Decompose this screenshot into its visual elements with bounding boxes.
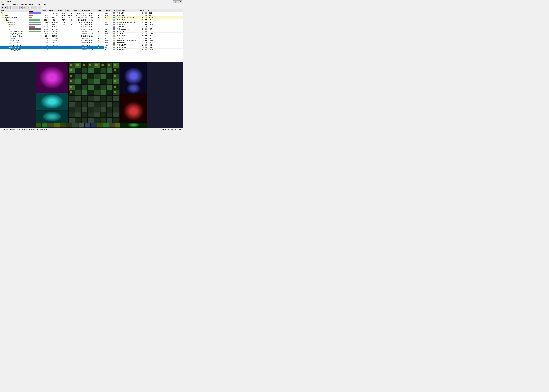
tree-row[interactable]: 📄 re3.exe 0.7% 159.9 MB 08/12/2023 02:41… [0,37,104,39]
tree-cell-changed: 08/12/2023 02:41:... [81,35,98,37]
menu-treemap[interactable]: Treemap [19,3,28,6]
tree-cell-changed: 31/12/2107 06:00:... [81,12,98,14]
ext-body[interactable]: .pak Archivo PAK 46.8 GB 22.1% .cas Arch… [104,12,183,51]
toolbar-zoom-in[interactable]: 🔍 [31,6,34,9]
tree-row[interactable]: ■ 100.0% 23.1 GB 12 12 0 11/05/2024 06:2… [0,28,104,30]
ext-col-bytes[interactable]: > Bytes [138,9,147,12]
ext-row[interactable]: .mkv Archivo MKV 20.4 GB 9.6% [104,19,183,21]
tree-cell-name: 📁 steamapps [0,21,28,23]
tree-cell-attr: A [98,37,104,39]
svg-rect-105 [94,97,100,101]
col-subdirs[interactable]: Subdirs [73,9,81,12]
tree-row[interactable]: 📁 steamapps 97.4% 46.0 GB 261 218 43 11/… [0,21,104,23]
ext-row[interactable]: .data Archivo DATA 1.3 GB 0.6% [104,44,183,46]
col-changed[interactable]: Last Change [80,9,98,12]
col-subtree[interactable]: Subtree Percent... [28,9,41,12]
toolbar-save[interactable]: 💾 [23,6,26,9]
ext-row[interactable]: .exe Aplicación 3.9 GB 1.9% [104,30,183,33]
ext-row[interactable]: .jpg Archivo JPG 1.9 GB 0.9% [104,37,183,39]
close-button[interactable]: ✕ [179,0,182,3]
tree-row[interactable]: 📁 RE3 50.3% 23.1 GB 14 13 1 11/05/2024 0… [0,26,104,28]
ext-row[interactable]: .pak Archivo PAK 46.8 GB 22.1% [104,12,183,14]
tree-row[interactable]: 📁 Steam 92.1% 47.2 GB 7,274 6,888 386 11… [0,19,104,21]
tree-body[interactable]: 💾 (C:) 211.7 GB 429,950 321,914 108,036 … [0,12,104,62]
ext-col-desc[interactable]: Description [117,9,138,12]
svg-rect-136 [72,123,78,128]
tree-row[interactable]: 📄 iZotope.dll 0.0% 455.0 KB 08/12/2023 0… [0,42,104,44]
ext-col-ext[interactable]: Extensi... [104,9,112,12]
tree-cell-subdirs: 22,821 [74,14,81,17]
ext-row[interactable]: .dat Archivo DAT 946.8 MB 0.4% [104,49,183,51]
ext-row[interactable]: .msi Paquete de Windows Installer 1.8 GB… [104,39,183,42]
svg-rect-134 [60,123,66,128]
svg-point-2 [40,67,64,88]
col-attr[interactable]: Attri... [98,9,104,12]
toolbar-back[interactable]: ◀ [0,6,4,9]
treemap-pane[interactable] [0,62,183,128]
tree-cell-attr: A [98,49,104,51]
toolbar-zoom-out[interactable]: 🔎 [34,6,37,9]
menu-file[interactable]: File [0,3,6,6]
toolbar-up[interactable]: ▲ [7,6,11,9]
maximize-button[interactable]: □ [176,0,179,3]
ext-cell-bytes: 1.0 GB [138,46,147,49]
ext-cell-pct: 1.5% [147,33,154,35]
ext-row[interactable]: .zip Carpeta comprimida (en zip) 17.4 GB… [104,21,183,23]
menu-help[interactable]: Help [42,3,48,6]
col-items[interactable]: Items [58,9,66,12]
menu-cleanup[interactable]: Clean Up [10,3,19,6]
ext-row[interactable]: .m... Archivo MODEL 1.0 GB 0.4% [104,46,183,49]
tree-row[interactable]: 📄 amd_ags_x64.dll 0.0% 41.5 KB 08/12/202… [0,49,104,51]
tree-row[interactable]: 📄 steam_api64.dll 0.0% 259.3 KB 08/12/20… [0,44,104,46]
ext-row[interactable]: .cas Archivo CAS 35.9 GB 16.9% [104,14,183,17]
tree-row[interactable]: 📄 shader.cache2 0.0% 2.3 MB 11/05/2024 0… [0,39,104,42]
toolbar-stop[interactable]: ✕ [15,6,18,9]
minimize-button[interactable]: ─ [173,0,176,3]
ext-row[interactable]: .wim Archivo WIM 1.3 GB 0.6% [104,42,183,44]
tree-row[interactable]: 📄 re_chunk_000.pa... 1.9% 452.2 MB 08/12… [0,33,104,35]
col-name[interactable]: Name [0,9,28,12]
ext-row[interactable]: .m4p VLC.m4p 3.3 GB 1.5% [104,33,183,35]
toolbar-treemap[interactable]: ⊞ [20,6,23,9]
ext-col-pct[interactable]: % By... [147,9,154,12]
ext-cell-pct: 0.9% [147,37,154,39]
toolbar-copy[interactable]: 📋 [26,6,29,9]
toolbar-forward[interactable]: ▶ [4,6,7,9]
tree-row[interactable]: 📄 re_chunk_000.pa... 1.9% 451.7 MB 08/12… [0,35,104,37]
col-files[interactable]: Files [66,9,73,12]
ext-row[interactable]: .dll Extensión de la aplicación 25.2 GB … [104,17,183,19]
tree-row[interactable]: 💾 (C:) 211.7 GB 429,950 321,914 108,036 … [0,12,104,14]
ext-col-color[interactable]: Col... [112,9,117,12]
menu-report[interactable]: Report [28,3,35,6]
ext-row[interactable]: .mp4 Archivo MP4 11.9 GB 5.6% [104,23,183,26]
ext-cell-ext: .file [104,35,112,37]
tree-cell-pct: 92.1% [42,19,49,21]
ext-row[interactable]: .sys Archivo de sistema 10.1 GB 4.7% [104,28,183,30]
menu-edit[interactable]: Edit [6,3,10,6]
ext-cell-ext: .m4p [104,33,112,35]
tree-cell-bar [28,19,42,21]
ext-cell-color [112,26,117,28]
ext-row[interactable]: . Disco local 11.1 GB 5.2% [104,26,183,28]
tree-row[interactable]: 📁 Program Files (x86) 24.2% 51.2 GB 28,2… [0,17,104,19]
tree-cell-attr [98,12,104,14]
ext-row[interactable]: .file Archivo FILE 1.9 GB 0.9% [104,35,183,37]
tree-cell-attr: A [98,42,104,44]
col-pct[interactable]: Perce... [41,9,49,12]
tree-row[interactable]: 📁 Users 37.2% 78.7 GB 166,508 143,687 22… [0,14,104,17]
ext-cell-color [112,37,117,39]
tree-row[interactable]: 📄 re_chunk_000.pak 95.5% 22.1 GB 08/12/2… [0,30,104,33]
tree-cell-items [58,44,66,46]
tree-row[interactable]: 📁 common 100.0% 46.0 GB 224 207 17 11/05… [0,23,104,26]
tree-cell-files [66,30,74,33]
col-size[interactable]: > Size [49,9,58,12]
tree-cell-size: 46.0 GB [49,21,58,23]
tree-cell-size: 23.1 GB [49,26,58,28]
tree-cell-files: 218 [66,21,74,23]
toolbar-help[interactable]: ? [38,6,42,9]
tree-cell-size: 2.3 MB [49,39,58,42]
toolbar-refresh[interactable]: ↺ [12,6,15,9]
menu-options[interactable]: Options [35,3,42,6]
tree-row[interactable]: 📄 MSSpatial.dll 0.0% 122.5 KB 08/12/2023… [0,46,104,49]
svg-rect-81 [69,97,75,101]
